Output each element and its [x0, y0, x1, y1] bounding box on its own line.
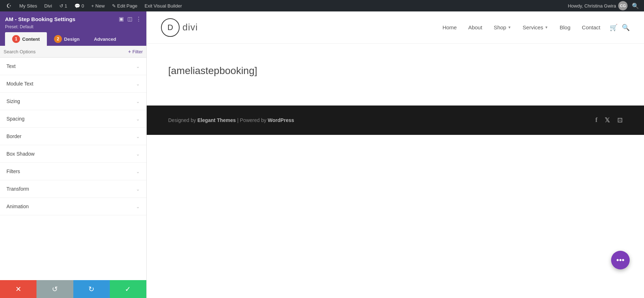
panel-header: AM - Step Booking Settings ▣ ◫ ⋮ Preset:…: [0, 11, 146, 46]
search-bar: + Filter: [0, 46, 146, 58]
nav-items: Home About Shop ▼ Services ▼ Blog Contac: [438, 21, 630, 33]
tab-advanced[interactable]: Advanced: [87, 32, 123, 46]
filter-button[interactable]: + Filter: [128, 49, 143, 54]
twitter-icon[interactable]: 𝕏: [605, 116, 610, 124]
logo-circle: D: [161, 18, 180, 37]
site-search-icon[interactable]: 🔍: [622, 24, 630, 31]
nav-home[interactable]: Home: [438, 21, 462, 33]
site-footer: Designed by Elegant Themes | Powered by …: [147, 106, 644, 135]
settings-panel: AM - Step Booking Settings ▣ ◫ ⋮ Preset:…: [0, 11, 147, 298]
option-text-label: Text: [6, 63, 16, 69]
page-hero: [ameliastepbooking]: [147, 44, 644, 106]
option-filters-label: Filters: [6, 168, 20, 174]
option-text[interactable]: Text ⌄: [0, 58, 146, 75]
option-module-text[interactable]: Module Text ⌄: [0, 75, 146, 93]
nav-shop[interactable]: Shop ▼: [489, 21, 516, 33]
nav-about[interactable]: About: [463, 21, 487, 33]
pencil-icon: ✎: [112, 3, 116, 9]
nav-shop-label: Shop: [494, 24, 506, 30]
tabs-row: 1 Content 2 Design Advanced: [5, 32, 141, 46]
wp-admin-bar: ☪ My Sites Divi ↺ 1 💬 0 + New ✎ Edit Pag…: [0, 0, 644, 11]
cart-icon[interactable]: 🛒: [610, 24, 618, 31]
fab-button[interactable]: •••: [611, 251, 630, 269]
facebook-icon[interactable]: f: [595, 116, 597, 124]
chevron-down-icon: ⌄: [136, 99, 140, 104]
logo-letter: D: [167, 23, 173, 32]
logo-text: divi: [182, 22, 198, 33]
chevron-down-icon: ⌄: [136, 204, 140, 209]
footer-social: f 𝕏 ⊡: [595, 116, 623, 124]
nav-contact-label: Contact: [582, 24, 600, 30]
chevron-down-icon: ⌄: [136, 64, 140, 69]
option-border[interactable]: Border ⌄: [0, 128, 146, 145]
shop-dropdown-icon: ▼: [508, 25, 511, 29]
edit-page-button[interactable]: ✎ Edit Page: [109, 0, 140, 11]
option-module-text-label: Module Text: [6, 81, 33, 87]
footer-designed-by: Designed by: [168, 117, 197, 123]
instagram-icon[interactable]: ⊡: [617, 116, 623, 124]
undo-icon: ↺: [52, 285, 58, 293]
chevron-down-icon: ⌄: [136, 186, 140, 192]
wp-logo-button[interactable]: ☪: [3, 0, 15, 11]
new-button[interactable]: + New: [88, 0, 108, 11]
save-icon: ✓: [125, 285, 131, 293]
exit-builder-button[interactable]: Exit Visual Builder: [142, 0, 185, 11]
copy-icon[interactable]: ▣: [119, 16, 124, 22]
filter-label: Filter: [132, 49, 143, 54]
option-animation[interactable]: Animation ⌄: [0, 198, 146, 215]
wp-icon: ☪: [6, 3, 11, 9]
tab-design[interactable]: 2 Design: [47, 32, 87, 46]
my-sites-label: My Sites: [19, 3, 37, 9]
history-icon: ↺: [59, 3, 63, 9]
option-box-shadow-label: Box Shadow: [6, 151, 35, 157]
divi-button[interactable]: Divi: [42, 0, 55, 11]
nav-services[interactable]: Services ▼: [518, 21, 553, 33]
option-animation-label: Animation: [6, 204, 29, 209]
layout-icon[interactable]: ◫: [127, 16, 132, 22]
site-nav: D divi Home About Shop ▼ Services ▼: [147, 11, 644, 44]
comment-icon: 💬: [74, 3, 80, 9]
option-border-label: Border: [6, 133, 21, 139]
content-tab-badge: 1: [12, 35, 20, 43]
new-label: New: [96, 3, 105, 9]
nav-about-label: About: [468, 24, 482, 30]
history-button[interactable]: ↺ 1: [57, 0, 70, 11]
nav-blog[interactable]: Blog: [555, 21, 575, 33]
redo-icon: ↻: [88, 285, 94, 293]
search-input[interactable]: [4, 49, 125, 54]
footer-wordpress[interactable]: WordPress: [268, 117, 294, 123]
site-logo: D divi: [161, 18, 198, 37]
redo-button[interactable]: ↻: [73, 280, 110, 298]
content-tab-label: Content: [22, 36, 40, 42]
admin-search-icon[interactable]: 🔍: [630, 3, 641, 9]
history-count: 1: [65, 3, 67, 9]
option-sizing[interactable]: Sizing ⌄: [0, 93, 146, 110]
option-box-shadow[interactable]: Box Shadow ⌄: [0, 145, 146, 163]
options-list: Text ⌄ Module Text ⌄ Sizing ⌄ Spacing ⌄ …: [0, 58, 146, 280]
option-filters[interactable]: Filters ⌄: [0, 163, 146, 180]
design-tab-label: Design: [64, 36, 79, 42]
bottom-toolbar: ✕ ↺ ↻ ✓: [0, 280, 146, 298]
avatar-initials: CG: [620, 4, 626, 8]
avatar: CG: [618, 1, 628, 10]
nav-blog-label: Blog: [560, 24, 570, 30]
tab-content[interactable]: 1 Content: [5, 32, 47, 46]
fab-icon: •••: [616, 255, 624, 265]
exit-builder-label: Exit Visual Builder: [145, 3, 182, 9]
edit-page-label: Edit Page: [117, 3, 137, 9]
comments-button[interactable]: 💬 0: [72, 0, 87, 11]
save-button[interactable]: ✓: [110, 280, 146, 298]
option-transform[interactable]: Transform ⌄: [0, 180, 146, 198]
footer-elegant-themes[interactable]: Elegant Themes: [197, 117, 236, 123]
option-spacing[interactable]: Spacing ⌄: [0, 110, 146, 128]
more-icon[interactable]: ⋮: [136, 16, 141, 22]
advanced-tab-label: Advanced: [94, 36, 116, 42]
preset-label[interactable]: Preset: Default: [5, 24, 33, 29]
close-button[interactable]: ✕: [0, 280, 36, 298]
my-sites-button[interactable]: My Sites: [16, 0, 40, 11]
nav-contact[interactable]: Contact: [577, 21, 605, 33]
nav-services-label: Services: [523, 24, 543, 30]
nav-home-label: Home: [443, 24, 457, 30]
undo-button[interactable]: ↺: [36, 280, 73, 298]
close-icon: ✕: [15, 285, 21, 293]
